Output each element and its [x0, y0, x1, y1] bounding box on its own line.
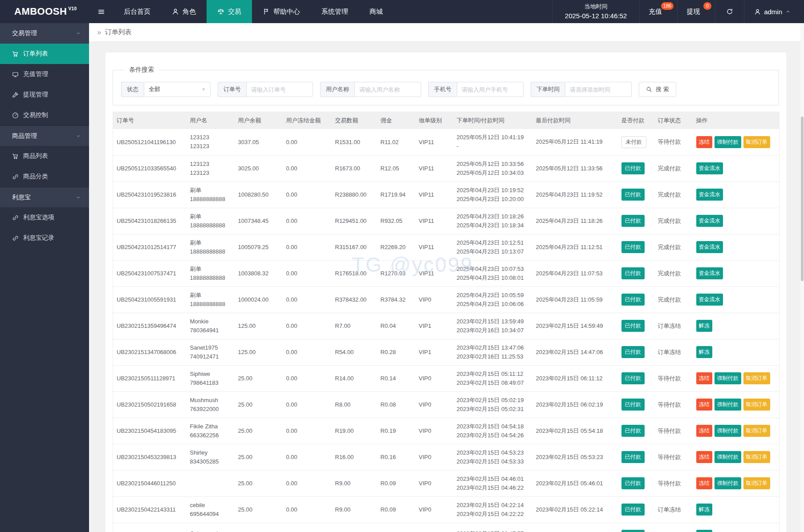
fund-flow-button[interactable]: 资金流水 [696, 215, 723, 227]
nav-item-system-manage[interactable]: 系统管理 [311, 0, 359, 23]
sidebar-group-goods-management[interactable]: 商品管理 [0, 125, 89, 146]
cell-amount: R129451.00 [332, 208, 377, 234]
cell-paid: 已付款 [618, 365, 654, 391]
user-name: Mushmush [190, 396, 231, 405]
sidebar-item-goods-category[interactable]: 商品分类 [0, 166, 89, 187]
cell-status: 完成付款 [654, 234, 693, 260]
cart-icon [12, 153, 19, 160]
force-pay-button[interactable]: 强制付款 [715, 136, 741, 148]
order-no-input[interactable] [246, 82, 313, 97]
phone-label: 手机号 [428, 82, 457, 97]
cancel-order-button[interactable]: 取消订单 [743, 477, 770, 489]
cell-last-pay-time: 2025年05月12日 11:41:19 [532, 129, 618, 155]
unfreeze-button[interactable]: 解冻 [696, 504, 712, 516]
freeze-button[interactable]: 冻结 [696, 451, 712, 463]
cell-order-no: UB2302150422143311 [113, 496, 187, 523]
force-pay-button[interactable]: 强制付款 [715, 477, 741, 489]
cell-order-time: 2023年02月15日 04:54:182023年02月15日 04:54:26 [453, 418, 532, 444]
nav-item-role[interactable]: 角色 [161, 0, 207, 23]
freeze-button[interactable]: 冻结 [696, 425, 712, 437]
refresh-button[interactable] [715, 0, 744, 23]
sidebar: 交易管理订单列表充值管理提现管理交易控制商品管理商品列表商品分类利息宝利息宝选项… [0, 23, 89, 532]
cancel-order-button[interactable]: 取消订单 [743, 372, 770, 384]
cell-order-time: 2023年02月15日 04:53:232023年02月15日 04:53:33 [453, 444, 532, 470]
username-input[interactable] [354, 82, 421, 97]
sidebar-item-recharge-manage[interactable]: 充值管理 [0, 64, 89, 85]
sidebar-item-withdraw-manage[interactable]: 提现管理 [0, 85, 89, 105]
user-id: 798641183 [190, 379, 231, 387]
cell-user: Monkie780364941 [187, 313, 235, 339]
cell-status: 等待付款 [654, 470, 693, 496]
unfreeze-button[interactable]: 解冻 [696, 530, 712, 532]
paid-status-badge: 未付款 [621, 136, 646, 148]
admin-menu[interactable]: admin [744, 0, 804, 23]
user-name: 123123 [190, 133, 231, 142]
force-pay-button[interactable]: 强制付款 [715, 372, 741, 384]
freeze-button[interactable]: 冻结 [696, 372, 712, 384]
user-id: 695644094 [190, 510, 231, 519]
cell-amount: R54.00 [332, 339, 377, 365]
sidebar-item-label: 订单列表 [23, 50, 48, 58]
user-name: 123123 [190, 160, 231, 169]
cancel-order-button[interactable]: 取消订单 [743, 425, 770, 437]
cell-commission: R932.05 [377, 208, 415, 234]
nav-item-label: 系统管理 [321, 8, 348, 16]
recharge-button[interactable]: 充值 186 [639, 0, 677, 23]
cancel-order-button[interactable]: 取消订单 [743, 399, 770, 411]
cell-order-time: 2025年04月23日 10:05:592025年04月23日 10:06:06 [453, 286, 532, 313]
sidebar-item-trade-control[interactable]: 交易控制 [0, 105, 89, 125]
nav-item-trade[interactable]: 交易 [207, 0, 252, 23]
sidebar-item-interest-records[interactable]: 利息宝记录 [0, 228, 89, 248]
cancel-order-button[interactable]: 取消订单 [743, 451, 770, 463]
cell-amount: R14.00 [332, 365, 377, 391]
scrollbar[interactable] [800, 23, 804, 532]
cell-balance: 25.00 [235, 470, 283, 496]
cell-level: VIP11 [415, 155, 453, 181]
status-label: 状态 [121, 82, 144, 97]
column-header: 交易数额 [332, 112, 377, 129]
sidebar-item-goods-list[interactable]: 商品列表 [0, 146, 89, 166]
phone-input[interactable] [457, 82, 524, 97]
fund-flow-button[interactable]: 资金流水 [696, 294, 723, 306]
nav-item-dashboard-home[interactable]: 后台首页 [113, 0, 161, 23]
cancel-order-button[interactable]: 取消订单 [743, 136, 770, 148]
cell-paid: 已付款 [618, 260, 654, 286]
search-button[interactable]: 搜 索 [639, 82, 676, 97]
fund-flow-button[interactable]: 资金流水 [696, 267, 723, 279]
user-id: 780364941 [190, 326, 231, 335]
column-header: 操作 [693, 112, 780, 129]
table-row: UB25051210411961301231231231233037.050.0… [113, 129, 780, 155]
sidebar-group-trade-management[interactable]: 交易管理 [0, 23, 89, 44]
freeze-button[interactable]: 冻结 [696, 399, 712, 411]
force-pay-button[interactable]: 强制付款 [715, 451, 741, 463]
sidebar-group-interest-bao[interactable]: 利息宝 [0, 187, 89, 207]
sidebar-item-interest-options[interactable]: 利息宝选项 [0, 207, 89, 228]
status-select[interactable]: 全部 ▼ [144, 82, 211, 97]
force-pay-button[interactable]: 强制付款 [715, 425, 741, 437]
freeze-button[interactable]: 冻结 [696, 477, 712, 489]
withdraw-button[interactable]: 提现 0 [677, 0, 715, 23]
flag-icon [263, 8, 270, 15]
sidebar-item-order-list[interactable]: 订单列表 [0, 44, 89, 64]
fund-flow-button[interactable]: 资金流水 [696, 189, 723, 201]
fund-flow-button[interactable]: 资金流水 [696, 241, 723, 253]
cell-status: 订单冻结 [654, 313, 693, 339]
topbar-right: 当地时间 2025-05-12 10:46:52 充值 186 提现 0 adm… [552, 0, 804, 23]
nav-item-help-center[interactable]: 帮助中心 [252, 0, 311, 23]
scrollbar-thumb[interactable] [801, 117, 804, 281]
cell-order-time: 2023年02月15日 13:47:062023年02月16日 11:25:53 [453, 339, 532, 365]
force-pay-button[interactable]: 强制付款 [715, 399, 741, 411]
unfreeze-button[interactable]: 解冻 [696, 320, 712, 332]
column-header: 是否付款 [618, 112, 654, 129]
cell-last-pay-time: 2023年02月15日 03:47:57 [532, 523, 618, 532]
unfreeze-button[interactable]: 解冻 [696, 346, 712, 358]
cell-paid: 已付款 [618, 234, 654, 260]
recharge-label: 充值 [649, 8, 662, 16]
nav-item-mall[interactable]: 商城 [359, 0, 394, 23]
freeze-button[interactable]: 冻结 [696, 136, 712, 148]
order-time-input[interactable] [565, 82, 632, 97]
hamburger-menu-button[interactable] [89, 0, 113, 23]
fund-flow-button[interactable]: 资金流水 [696, 162, 723, 174]
column-header: 最后付款时间 [532, 112, 618, 129]
cell-frozen: 0.00 [283, 496, 332, 523]
